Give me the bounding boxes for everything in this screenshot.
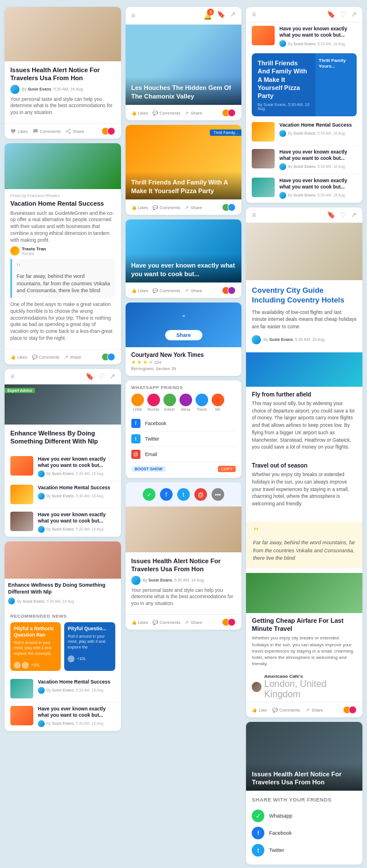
airfare-text: Whether you enjoy city breaks or extende… [252, 635, 357, 667]
list-item[interactable]: Vacation Home Rental Success By Susie Ev… [5, 675, 121, 702]
quote-mark: " [17, 262, 111, 273]
boost-row: BOOST SHOW COPY [131, 462, 236, 473]
wa-name: Lettie [133, 407, 142, 411]
quote-mark-icon: " [253, 527, 356, 537]
comment-button[interactable]: 💬 Comments [153, 288, 180, 293]
share-button[interactable]: Share [65, 128, 84, 134]
share-button[interactable]: ↗ Share [64, 355, 81, 360]
list-item[interactable]: Have you ever known exactly what you wan… [246, 146, 362, 174]
share-avatar [107, 353, 115, 361]
heart-icon[interactable]: ♡ [340, 10, 346, 18]
blue-highlight-item[interactable]: Thrill Friends And Family With A Make It… [252, 53, 357, 116]
whatsapp-share-icon[interactable]: ✓ [143, 488, 155, 501]
list-item[interactable]: Have you ever known exactly what you wan… [5, 702, 121, 731]
wa-avatar[interactable] [147, 394, 160, 406]
thumb-author: By Susie Evans, 5:30 AM, 16 Aug [279, 192, 357, 199]
wa-avatar[interactable] [196, 394, 208, 406]
expert-badge: Expert Advice [5, 388, 35, 393]
comment-button[interactable]: Comments [33, 128, 61, 134]
like-button[interactable]: 👍 Likes [131, 620, 149, 625]
twitter-link[interactable]: t Twitter [131, 431, 236, 447]
card-enhance-rec: Enhance Wellness By Doing Something Diff… [5, 541, 121, 731]
heart-icon[interactable]: ♡ [340, 211, 346, 219]
rec-card-1[interactable]: Pityful a Rethoric Question Ran Roll it … [10, 622, 61, 670]
rec-avatar [22, 662, 29, 669]
thumb-author: By Susie Evans, 5:30 AM, 16 Aug [279, 40, 357, 47]
share-button[interactable]: ↗ Share [185, 620, 202, 625]
share-button[interactable]: ↗ Share [306, 708, 323, 713]
share-icon[interactable]: ↗ [230, 10, 236, 21]
facebook-label: Facebook [269, 830, 292, 836]
list-item[interactable]: Vacation Home Rental Success By Susie Ev… [246, 119, 362, 146]
share-button[interactable]: ↗ Share [185, 288, 202, 293]
like-button[interactable]: 👍 Likes [10, 355, 28, 360]
bookmark-icon[interactable]: 🔖 [327, 211, 335, 219]
wa-avatar[interactable] [131, 394, 144, 406]
wa-avatar[interactable] [163, 394, 176, 406]
chevron-down-icon[interactable]: ˅ [131, 314, 236, 323]
curtain-image [246, 223, 362, 280]
heart-icon[interactable]: ♡ [99, 372, 105, 380]
menu-icon[interactable]: ≡ [10, 372, 14, 380]
comment-button[interactable]: 💬 Comments [153, 620, 180, 625]
card-text-2: One of the best ways to make a great vac… [10, 301, 115, 342]
facebook-link[interactable]: f Facebook [131, 416, 236, 431]
menu-icon[interactable]: ≡ [252, 10, 256, 18]
email-share-icon[interactable]: @ [194, 488, 207, 501]
list-item[interactable]: Have you ever known exactly what you wan… [5, 508, 121, 537]
list-item[interactable]: Have you ever known exactly what you wan… [5, 453, 121, 481]
share-button[interactable]: ↗ Share [185, 205, 202, 210]
bookmark-icon[interactable]: 🔖 [217, 10, 225, 21]
topbar-icons: 🔖 ♡ ↗ [327, 211, 357, 219]
like-button[interactable]: 👍 Like [252, 708, 267, 713]
share-button[interactable]: ↗ Share [185, 111, 202, 116]
like-button[interactable]: Likes [10, 128, 28, 134]
facebook-share-row[interactable]: f Facebook [252, 824, 357, 842]
comment-button[interactable]: 💬 Comments [272, 708, 300, 713]
email-link[interactable]: @ Email [131, 447, 236, 462]
list-item[interactable]: Vacation Home Rental Success By Susie Ev… [5, 481, 121, 508]
whatsapp-share-row[interactable]: ✓ Whatsapp [252, 807, 357, 824]
bookmark-icon[interactable]: 🔖 [327, 10, 335, 18]
menu-icon[interactable]: ≡ [252, 211, 256, 219]
travel-text: Whether you enjoy city breaks or extende… [252, 471, 357, 508]
bookmark-icon[interactable]: 🔖 [85, 372, 94, 380]
thumb-title: Have you ever known exactly what you wan… [38, 456, 115, 469]
like-button[interactable]: 👍 Likes [131, 288, 149, 293]
star-empty-icon: ★ [149, 359, 153, 365]
twitter-share-row[interactable]: t Twitter [252, 842, 357, 859]
comment-button[interactable]: 💬 Comments [153, 205, 180, 210]
comment-button[interactable]: 💬 Comments [153, 111, 180, 116]
thumb-title: Vacation Home Rental Success [38, 679, 115, 685]
copy-button[interactable]: COPY [218, 466, 236, 472]
like-button[interactable]: 👍 Likes [131, 205, 149, 210]
facebook-share-icon[interactable]: f [160, 488, 173, 501]
column-1: Issues Health Alert Notice For Travelers… [5, 7, 121, 731]
rec-card-2[interactable]: Pityful Questio... Roll it around in you… [64, 622, 115, 670]
comment-button[interactable]: 💬 Comments [32, 355, 60, 360]
blue-card-right: Thrill Family Yours... [315, 53, 357, 116]
share-big-button[interactable]: Share [165, 330, 202, 340]
wa-name: Ronnie [147, 407, 159, 411]
share-icon[interactable]: ↗ [110, 372, 115, 380]
wa-avatar[interactable] [212, 394, 224, 406]
author-meta: By Susie Evans, 5:30 AM, 16 Aug [46, 527, 103, 531]
avatar [279, 40, 286, 47]
twitter-icon: t [252, 844, 264, 857]
like-button[interactable]: 👍 Likes [131, 111, 149, 116]
rec-card-inner: Pityful Questio... Roll it around in you… [64, 622, 115, 653]
list-item[interactable]: Have you ever known exactly what you wan… [246, 174, 362, 203]
twitter-share-icon[interactable]: t [177, 488, 190, 501]
thumb-title: Have you ever known exactly what you wan… [38, 706, 115, 718]
share-avatars [222, 203, 236, 211]
facebook-icon: f [252, 827, 264, 839]
more-share-icon[interactable]: ••• [212, 488, 224, 501]
menu-icon[interactable]: ≡ [131, 11, 135, 19]
share-icon[interactable]: ↗ [351, 211, 357, 219]
wa-name: Me [215, 407, 220, 411]
card-whatsapp: WHATSAPP FRIENDS Lettie Ronnie Edwin [126, 380, 242, 478]
share-icon[interactable]: ↗ [351, 10, 357, 18]
list-item[interactable]: Have you ever known exactly what you wan… [246, 22, 362, 51]
wa-avatar[interactable] [179, 394, 192, 406]
author-role: Recipe [22, 252, 46, 256]
